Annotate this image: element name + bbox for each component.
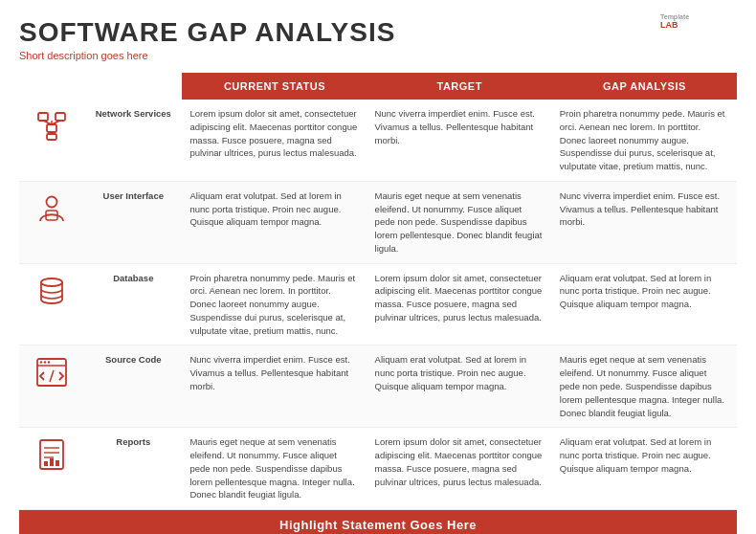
table-row: Reports Mauris eget neque at sem venenat… (19, 428, 737, 510)
svg-point-15 (40, 362, 42, 364)
target-cell: Lorem ipsum dolor sit amet, consectetuer… (367, 428, 552, 510)
target-cell: Mauris eget neque at sem venenatis eleif… (367, 181, 552, 263)
category-label: Source Code (84, 345, 182, 428)
col-header-gap: GAP ANALYSIS (552, 73, 737, 100)
current-status-cell: Nunc viverra imperdiet enim. Fusce est. … (182, 345, 367, 428)
table-row: User Interface Aliquam erat volutpat. Se… (19, 181, 737, 263)
gap-analysis-cell: Mauris eget neque at sem venenatis eleif… (552, 345, 737, 428)
gap-table: CURRENT STATUS TARGET GAP ANALYSIS Netwo… (19, 73, 737, 510)
row-icon-database (19, 263, 84, 345)
col-header-empty (19, 73, 182, 100)
row-icon-network (19, 100, 84, 181)
gap-analysis-cell: Nunc viverra imperdiet enim. Fusce est. … (552, 181, 737, 263)
svg-point-10 (47, 196, 57, 207)
table-row: Network Services Lorem ipsum dolor sit a… (19, 100, 737, 181)
current-status-cell: Aliquam erat volutpat. Sed at lorem in n… (182, 181, 367, 263)
svg-rect-4 (56, 113, 65, 121)
category-label: User Interface (84, 181, 182, 263)
svg-rect-25 (56, 460, 59, 466)
row-icon-user (19, 181, 84, 263)
category-label: Database (84, 263, 182, 345)
subtitle: Short description goes here (19, 50, 737, 61)
svg-rect-5 (47, 134, 56, 140)
target-cell: Lorem ipsum dolor sit amet, consectetuer… (367, 263, 552, 345)
gap-analysis-cell: Aliquam erat volutpat. Sed at lorem in n… (552, 263, 737, 345)
main-title: SOFTWARE GAP ANALYSIS (19, 17, 737, 48)
highlight-bar: Highlight Statement Goes Here (19, 510, 737, 534)
gap-analysis-cell: Proin pharetra nonummy pede. Mauris et o… (552, 100, 737, 181)
logo-area: Template LAB (660, 10, 737, 33)
table-row: Database Proin pharetra nonummy pede. Ma… (19, 263, 737, 345)
current-status-cell: Mauris eget neque at sem venenatis eleif… (182, 428, 367, 510)
svg-rect-24 (50, 458, 54, 466)
row-icon-report (19, 428, 84, 510)
row-icon-code (19, 345, 84, 428)
svg-point-17 (48, 362, 50, 364)
category-label: Reports (84, 428, 182, 510)
svg-rect-2 (38, 113, 48, 121)
table-header-row: CURRENT STATUS TARGET GAP ANALYSIS (19, 73, 737, 100)
svg-text:LAB: LAB (660, 20, 678, 30)
current-status-cell: Proin pharetra nonummy pede. Mauris et o… (182, 263, 367, 345)
page: Template LAB SOFTWARE GAP ANALYSIS Short… (0, 0, 756, 534)
logo-text: Template LAB (660, 10, 737, 33)
svg-rect-3 (47, 124, 56, 132)
svg-rect-23 (44, 461, 48, 466)
category-label: Network Services (84, 100, 182, 181)
table-row: Source Code Nunc viverra imperdiet enim.… (19, 345, 737, 428)
current-status-cell: Lorem ipsum dolor sit amet, consectetuer… (182, 100, 367, 181)
svg-line-18 (50, 370, 54, 382)
target-cell: Nunc viverra imperdiet enim. Fusce est. … (367, 100, 552, 181)
col-header-current: CURRENT STATUS (182, 73, 367, 100)
gap-analysis-cell: Aliquam erat volutpat. Sed at lorem in n… (552, 428, 737, 510)
svg-point-16 (44, 362, 46, 364)
target-cell: Aliquam erat volutpat. Sed at lorem in n… (367, 345, 552, 428)
svg-point-12 (41, 278, 62, 286)
col-header-target: TARGET (367, 73, 552, 100)
